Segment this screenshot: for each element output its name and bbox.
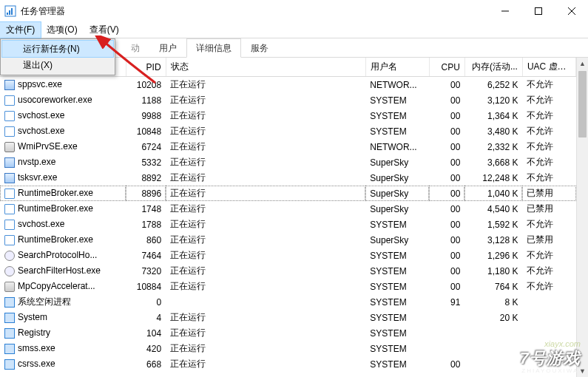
cell-cpu: 00 xyxy=(429,154,464,170)
process-icon xyxy=(4,111,15,121)
process-icon xyxy=(4,297,15,308)
menu-exit[interactable]: 退出(X) xyxy=(2,57,113,73)
cell-user: SYSTEM xyxy=(365,310,429,325)
cell-cpu xyxy=(429,310,464,325)
cell-pid: 8896 xyxy=(126,186,166,201)
cell-mem: 1,180 K xyxy=(464,263,522,279)
cell-name: SearchFilterHost.exe xyxy=(0,263,126,279)
cell-status: 正在运行 xyxy=(166,248,365,263)
col-user[interactable]: 用户名 xyxy=(365,58,429,77)
scroll-up-arrow[interactable]: ▲ xyxy=(577,58,588,69)
menubar: 文件(F) 运行新任务(N) 退出(X) 选项(O) 查看(V) xyxy=(0,22,588,38)
table-row[interactable]: 系统空闲进程0SYSTEM918 K xyxy=(0,294,576,310)
process-icon xyxy=(4,282,15,292)
cell-name: nvstp.exe xyxy=(0,154,126,170)
col-pid[interactable]: PID xyxy=(126,58,166,77)
cell-uac: 不允许 xyxy=(522,154,575,170)
cell-uac xyxy=(522,356,575,372)
cell-cpu: 91 xyxy=(429,294,464,310)
table-row[interactable]: RuntimeBroker.exe1748正在运行SuperSky004,540… xyxy=(0,201,576,217)
tab-obscured[interactable]: 动 xyxy=(121,38,149,58)
table-row[interactable]: Registry104正在运行SYSTEM xyxy=(0,325,576,341)
col-status[interactable]: 状态 xyxy=(166,58,365,77)
cell-user: SYSTEM xyxy=(365,217,429,232)
table-row[interactable]: smss.exe420正在运行SYSTEM xyxy=(0,341,576,356)
cell-mem: 3,668 K xyxy=(464,154,522,170)
tab-details[interactable]: 详细信息 xyxy=(186,38,241,58)
table-row[interactable]: SearchProtocolHo...7464正在运行SYSTEM001,296… xyxy=(0,248,576,263)
cell-status: 正在运行 xyxy=(166,154,365,170)
cell-name: MpCopyAccelerat... xyxy=(0,279,126,294)
menu-options[interactable]: 选项(O) xyxy=(41,22,83,38)
cell-pid: 5332 xyxy=(126,154,166,170)
cell-mem: 4,540 K xyxy=(464,201,522,217)
cell-name: smss.exe xyxy=(0,341,126,356)
cell-name: csrss.exe xyxy=(0,356,126,372)
table-row[interactable]: csrss.exe668正在运行SYSTEM00 xyxy=(0,356,576,372)
tab-users[interactable]: 用户 xyxy=(149,38,186,58)
cell-uac xyxy=(522,294,575,310)
cell-uac xyxy=(522,341,575,356)
minimize-button[interactable] xyxy=(488,0,521,22)
table-row[interactable]: MpCopyAccelerat...10884正在运行SYSTEM00764 K… xyxy=(0,279,576,294)
table-row[interactable]: SearchFilterHost.exe7320正在运行SYSTEM001,18… xyxy=(0,263,576,279)
col-cpu[interactable]: CPU xyxy=(429,58,464,77)
cell-pid: 7320 xyxy=(126,263,166,279)
table-row[interactable]: nvstp.exe5332正在运行SuperSky003,668 K不允许 xyxy=(0,154,576,170)
cell-cpu: 00 xyxy=(429,279,464,294)
process-table: 名称 PID 状态 用户名 CPU 内存(活动... UAC 虚拟化 sppsv… xyxy=(0,58,576,372)
cell-pid: 6724 xyxy=(126,139,166,154)
cell-cpu xyxy=(429,341,464,356)
cell-uac: 不允许 xyxy=(522,248,575,263)
col-uac[interactable]: UAC 虚拟化 xyxy=(522,58,575,77)
close-button[interactable] xyxy=(555,0,588,22)
table-row[interactable]: svchost.exe9988正在运行SYSTEM001,364 K不允许 xyxy=(0,108,576,123)
table-row[interactable]: WmiPrvSE.exe6724正在运行NETWOR...002,332 K不允… xyxy=(0,139,576,154)
cell-user: SYSTEM xyxy=(365,325,429,341)
cell-status: 正在运行 xyxy=(166,170,365,186)
cell-pid: 7464 xyxy=(126,248,166,263)
cell-cpu: 00 xyxy=(429,92,464,108)
cell-status: 正在运行 xyxy=(166,341,365,356)
cell-name: svchost.exe xyxy=(0,108,126,123)
vertical-scrollbar[interactable]: ▲ ▼ xyxy=(576,58,588,377)
cell-cpu: 00 xyxy=(429,139,464,154)
menu-file[interactable]: 文件(F) 运行新任务(N) 退出(X) xyxy=(0,22,41,38)
cell-uac: 不允许 xyxy=(522,77,575,93)
cell-pid: 1788 xyxy=(126,217,166,232)
cell-mem: 6,252 K xyxy=(464,77,522,93)
cell-pid: 1748 xyxy=(126,201,166,217)
cell-uac: 不允许 xyxy=(522,263,575,279)
table-row[interactable]: sppsvc.exe10208正在运行NETWOR...006,252 K不允许 xyxy=(0,77,576,93)
process-icon xyxy=(4,266,15,276)
table-row[interactable]: usocoreworker.exe1188正在运行SYSTEM003,120 K… xyxy=(0,92,576,108)
cell-user: SYSTEM xyxy=(365,263,429,279)
cell-pid: 420 xyxy=(126,341,166,356)
cell-mem: 1,592 K xyxy=(464,217,522,232)
tab-services[interactable]: 服务 xyxy=(241,38,278,58)
cell-user: SuperSky xyxy=(365,170,429,186)
scroll-thumb[interactable] xyxy=(578,71,587,137)
scroll-down-arrow[interactable]: ▼ xyxy=(577,365,588,377)
cell-uac: 不允许 xyxy=(522,139,575,154)
process-icon xyxy=(4,126,15,137)
menu-view[interactable]: 查看(V) xyxy=(84,22,125,38)
cell-mem: 20 K xyxy=(464,310,522,325)
process-icon xyxy=(4,188,15,199)
table-row[interactable]: System4正在运行SYSTEM20 K xyxy=(0,310,576,325)
cell-pid: 0 xyxy=(126,294,166,310)
cell-pid: 104 xyxy=(126,325,166,341)
menu-run-new-task[interactable]: 运行新任务(N) xyxy=(2,41,113,57)
cell-cpu: 00 xyxy=(429,232,464,248)
cell-name: usocoreworker.exe xyxy=(0,92,126,108)
table-row[interactable]: RuntimeBroker.exe860正在运行SuperSky003,128 … xyxy=(0,232,576,248)
table-row[interactable]: RuntimeBroker.exe8896正在运行SuperSky001,040… xyxy=(0,186,576,201)
cell-mem: 1,296 K xyxy=(464,248,522,263)
table-row[interactable]: svchost.exe10848正在运行SYSTEM003,480 K不允许 xyxy=(0,123,576,139)
process-icon xyxy=(4,157,15,168)
col-memory[interactable]: 内存(活动... xyxy=(464,58,522,77)
cell-status: 正在运行 xyxy=(166,123,365,139)
table-row[interactable]: tsksvr.exe8892正在运行SuperSky0012,248 K不允许 xyxy=(0,170,576,186)
table-row[interactable]: svchost.exe1788正在运行SYSTEM001,592 K不允许 xyxy=(0,217,576,232)
maximize-button[interactable] xyxy=(521,0,555,22)
